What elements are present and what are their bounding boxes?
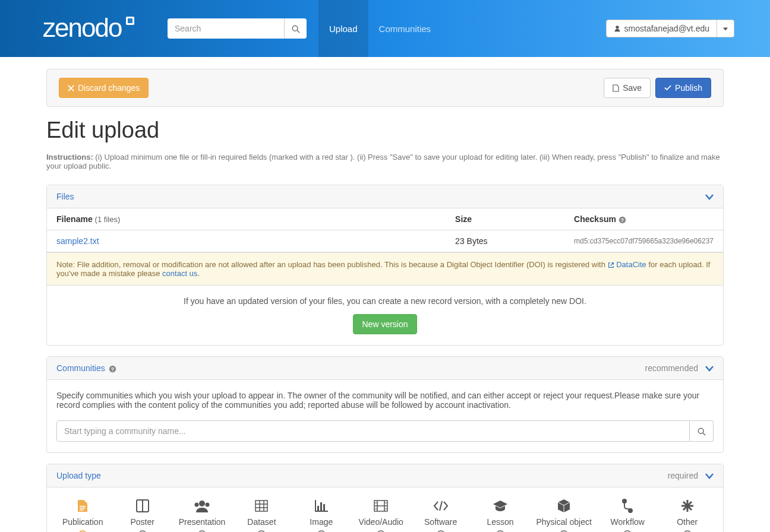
publish-button[interactable]: Publish bbox=[655, 78, 711, 98]
upload-type-label: Other bbox=[677, 517, 698, 527]
svg-rect-28 bbox=[320, 502, 322, 511]
upload-types: PublicationPosterPresentationDatasetImag… bbox=[47, 487, 723, 532]
note-pre: Note: File addition, removal or modifica… bbox=[56, 260, 608, 269]
zenodo-logo[interactable]: zenodo bbox=[43, 12, 144, 45]
upload-type-software[interactable]: Software bbox=[417, 498, 465, 532]
discard-label: Discard changes bbox=[78, 83, 140, 93]
instructions-label: Instructions: bbox=[46, 153, 93, 162]
code-icon bbox=[433, 498, 449, 514]
search-icon bbox=[698, 428, 706, 436]
col-size: Size bbox=[446, 208, 564, 230]
svg-rect-26 bbox=[315, 511, 328, 512]
upload-type-panel: Upload type required PublicationPosterPr… bbox=[46, 464, 724, 532]
files-note: Note: File addition, removal or modifica… bbox=[47, 252, 723, 286]
search-icon bbox=[292, 25, 300, 33]
datacite-link[interactable]: DataCite bbox=[608, 260, 649, 269]
svg-rect-25 bbox=[315, 500, 316, 512]
user-menu-button[interactable]: smostafanejad@vt.edu bbox=[606, 20, 717, 37]
community-input-group bbox=[56, 420, 714, 442]
col-filename-sub: (1 files) bbox=[95, 215, 121, 224]
svg-rect-12 bbox=[80, 506, 86, 507]
svg-point-39 bbox=[629, 509, 632, 512]
save-button[interactable]: Save bbox=[604, 78, 651, 98]
upload-type-label: Physical object bbox=[536, 517, 591, 527]
upload-type-label: Image bbox=[310, 517, 333, 527]
files-table: Filename (1 files) Size Checksum ? sampl… bbox=[47, 208, 723, 252]
recommended-badge: recommended bbox=[645, 363, 699, 373]
asterisk-icon bbox=[681, 498, 693, 514]
upload-type-physical-object[interactable]: Physical object bbox=[536, 498, 591, 532]
navbar: zenodo UploadCommunities smostafanejad@v… bbox=[0, 0, 770, 57]
required-badge: required bbox=[668, 471, 698, 480]
file-link[interactable]: sample2.txt bbox=[47, 230, 446, 252]
help-icon[interactable]: ? bbox=[618, 215, 626, 224]
svg-point-17 bbox=[199, 501, 205, 506]
version-area: If you have an updated version of your f… bbox=[47, 286, 723, 345]
upload-type-label: Dataset bbox=[247, 517, 276, 527]
user-email: smostafanejad@vt.edu bbox=[624, 24, 709, 33]
upload-type-presentation[interactable]: Presentation bbox=[178, 498, 226, 532]
page-title: Edit upload bbox=[46, 118, 724, 143]
upload-type-label: Lesson bbox=[487, 517, 513, 527]
search-button[interactable] bbox=[284, 18, 307, 39]
upload-type-other[interactable]: Other bbox=[664, 498, 711, 532]
community-input[interactable] bbox=[56, 420, 690, 442]
communities-body-text: Specify communities which you wish your … bbox=[56, 391, 714, 410]
publish-label: Publish bbox=[675, 83, 702, 93]
nav-link-upload[interactable]: Upload bbox=[318, 0, 368, 57]
external-link-icon bbox=[608, 262, 614, 268]
cube-icon bbox=[557, 498, 570, 514]
instructions-text: (i) Upload minimum one file or fill-in r… bbox=[46, 153, 720, 170]
upload-type-label: Presentation bbox=[179, 517, 226, 527]
communities-panel-body: Specify communities which you wish your … bbox=[47, 380, 723, 452]
svg-point-3 bbox=[292, 26, 298, 31]
svg-point-19 bbox=[206, 503, 210, 507]
grad-cap-icon bbox=[493, 498, 508, 514]
version-text: If you have an updated version of your f… bbox=[58, 296, 712, 306]
svg-line-11 bbox=[703, 433, 705, 435]
table-row: sample2.txt23 Bytesmd5:cd375ecc07df75966… bbox=[47, 230, 723, 252]
chevron-down-icon bbox=[705, 363, 714, 373]
columns-icon bbox=[136, 498, 149, 514]
upload-type-workflow[interactable]: Workflow bbox=[604, 498, 651, 532]
search-group bbox=[168, 18, 307, 39]
upload-type-lesson[interactable]: Lesson bbox=[476, 498, 524, 532]
search-input[interactable] bbox=[168, 18, 284, 39]
users-icon bbox=[194, 498, 210, 514]
files-panel-header[interactable]: Files bbox=[47, 185, 723, 208]
upload-type-video-audio[interactable]: Video/Audio bbox=[357, 498, 405, 532]
communities-panel-header[interactable]: Communities ? recommended bbox=[47, 357, 723, 380]
user-caret-button[interactable] bbox=[717, 20, 734, 37]
upload-type-publication[interactable]: Publication bbox=[59, 498, 106, 532]
file-size: 23 Bytes bbox=[446, 230, 564, 252]
bar-chart-icon bbox=[315, 498, 328, 514]
svg-point-18 bbox=[195, 503, 199, 507]
note-post: . bbox=[197, 269, 200, 278]
contact-us-link[interactable]: contact us bbox=[162, 269, 197, 278]
new-version-button[interactable]: New version bbox=[353, 314, 416, 334]
files-panel: Files Filename (1 files) Size Checksum ? bbox=[46, 185, 724, 346]
upload-type-poster[interactable]: Poster bbox=[119, 498, 166, 532]
nav-links: UploadCommunities bbox=[318, 0, 441, 57]
svg-rect-29 bbox=[323, 504, 325, 511]
upload-type-dataset[interactable]: Dataset bbox=[238, 498, 285, 532]
chevron-down-icon bbox=[705, 470, 714, 481]
col-filename: Filename (1 files) bbox=[47, 208, 446, 230]
upload-type-panel-header[interactable]: Upload type required bbox=[47, 464, 723, 487]
file-checksum: md5:cd375ecc07df759665a323de96e06237 bbox=[564, 230, 723, 252]
svg-line-4 bbox=[297, 30, 299, 33]
datacite-label: DataCite bbox=[616, 260, 646, 269]
chevron-down-icon bbox=[705, 191, 714, 202]
film-icon bbox=[374, 498, 388, 514]
svg-text:?: ? bbox=[621, 217, 624, 223]
upload-type-label: Publication bbox=[62, 517, 103, 527]
help-icon[interactable]: ? bbox=[109, 364, 116, 373]
close-icon bbox=[68, 85, 74, 91]
col-checksum: Checksum ? bbox=[564, 208, 723, 230]
community-search-button[interactable] bbox=[690, 420, 714, 442]
communities-panel-title: Communities bbox=[56, 363, 105, 373]
upload-type-image[interactable]: Image bbox=[298, 498, 345, 532]
col-filename-label: Filename bbox=[56, 214, 93, 224]
discard-button[interactable]: Discard changes bbox=[59, 78, 149, 98]
nav-link-communities[interactable]: Communities bbox=[368, 0, 442, 57]
